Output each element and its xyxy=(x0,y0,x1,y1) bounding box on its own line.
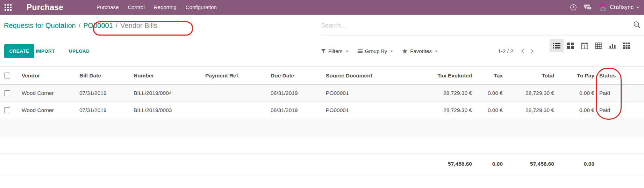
cell-tax-excluded: 28,729.30 € xyxy=(381,90,476,96)
list-view-icon xyxy=(553,43,560,49)
breadcrumb: Requests for Quotation / PO00001 / Vendo… xyxy=(4,15,157,37)
menu-control[interactable]: Control xyxy=(123,0,149,15)
column-header-tax-excluded[interactable]: Tax Excluded xyxy=(381,73,476,79)
cell-vendor: Wood Corner xyxy=(17,90,75,96)
total-total: 57,458.60 xyxy=(507,161,558,167)
cell-to-pay: 0.00 € xyxy=(558,90,598,96)
search-bar xyxy=(321,15,644,36)
pager-previous-button[interactable] xyxy=(519,47,528,56)
kanban-view-icon xyxy=(567,43,574,49)
breadcrumb-separator: / xyxy=(113,22,121,30)
control-panel: Requests for Quotation / PO00001 / Vendo… xyxy=(0,15,644,37)
apps-grid-icon[interactable] xyxy=(5,4,12,11)
pivot-view-icon xyxy=(595,43,602,49)
calendar-view-button[interactable] xyxy=(578,39,592,52)
total-to-pay: 0.00 xyxy=(558,161,598,167)
favorites-star-icon xyxy=(402,48,408,54)
row-select-cell xyxy=(0,90,17,96)
chevron-left-icon xyxy=(521,49,526,53)
breadcrumb-po00001[interactable]: PO00001 xyxy=(83,22,113,30)
cell-tax-excluded: 28,729.30 € xyxy=(381,107,476,113)
main-menu: Purchase Control Reporting Configuration xyxy=(92,0,221,15)
top-navbar: Purchase Purchase Control Reporting Conf… xyxy=(0,0,644,15)
company-logo xyxy=(599,3,607,12)
column-header-payment-ref[interactable]: Payment Ref. xyxy=(201,73,266,79)
user-menu[interactable]: Craftsync xyxy=(599,3,639,12)
pager-range: 1-2 / 2 xyxy=(498,48,513,54)
cell-bill-date: 07/31/2019 xyxy=(75,107,129,113)
graph-view-icon xyxy=(609,43,616,49)
row-checkbox[interactable] xyxy=(4,107,10,113)
upload-button[interactable]: UPLOAD xyxy=(69,44,90,58)
cell-status: Paid xyxy=(598,107,644,113)
purchase-vendor-bills-screen: Purchase Purchase Control Reporting Conf… xyxy=(0,0,644,188)
messages-chat-icon[interactable] xyxy=(584,3,592,12)
cell-number: BILL/2019/0003 xyxy=(129,107,201,113)
filters-dropdown[interactable]: Filters xyxy=(321,48,349,54)
column-header-vendor[interactable]: Vendor xyxy=(17,73,75,79)
search-icon[interactable] xyxy=(633,21,641,29)
list-view-button[interactable] xyxy=(550,39,564,52)
table-row[interactable]: Wood Corner 07/31/2019 BILL/2019/0004 08… xyxy=(0,85,644,102)
chevron-down-icon xyxy=(390,51,393,52)
pivot-view-button[interactable] xyxy=(592,39,606,52)
breadcrumb-requests-for-quotation[interactable]: Requests for Quotation xyxy=(4,22,76,30)
search-input[interactable] xyxy=(321,20,622,31)
activity-grid-view-button[interactable] xyxy=(620,39,634,52)
cell-due-date: 08/31/2019 xyxy=(266,90,322,96)
totals-row: 57,458.60 0.00 57,458.60 0.00 xyxy=(0,154,644,174)
menu-purchase[interactable]: Purchase xyxy=(92,0,123,15)
cell-status: Paid xyxy=(598,90,644,96)
column-header-tax[interactable]: Tax xyxy=(476,73,507,79)
cell-tax: 0.00 € xyxy=(476,90,507,96)
menu-reporting[interactable]: Reporting xyxy=(149,0,181,15)
chevron-right-icon xyxy=(529,49,534,53)
kanban-view-button[interactable] xyxy=(564,39,578,52)
filter-funnel-icon xyxy=(321,49,326,53)
cell-to-pay: 0.00 € xyxy=(558,107,598,113)
chevron-down-icon xyxy=(636,7,639,8)
empty-stripe xyxy=(0,119,644,136)
column-header-to-pay[interactable]: To Pay xyxy=(558,73,598,79)
pager-next-button[interactable] xyxy=(528,47,537,56)
chevron-down-icon xyxy=(435,51,438,52)
cell-due-date: 08/31/2019 xyxy=(266,107,322,113)
graph-view-button[interactable] xyxy=(606,39,620,52)
cell-number: BILL/2019/0004 xyxy=(129,90,201,96)
breadcrumb-separator: / xyxy=(76,22,84,30)
menu-configuration[interactable]: Configuration xyxy=(181,0,221,15)
favorites-dropdown[interactable]: Favorites xyxy=(402,48,438,54)
cell-source-document: PO00001 xyxy=(322,90,381,96)
column-header-source-document[interactable]: Source Document xyxy=(322,73,381,79)
cell-vendor: Wood Corner xyxy=(17,107,75,113)
group-by-bars-icon xyxy=(358,49,363,53)
column-header-due-date[interactable]: Due Date xyxy=(266,73,322,79)
column-header-total[interactable]: Total xyxy=(507,73,558,79)
calendar-view-icon xyxy=(581,43,588,49)
import-button[interactable]: IMPORT xyxy=(36,44,55,58)
favorites-label: Favorites xyxy=(410,48,432,54)
group-by-dropdown[interactable]: Group By xyxy=(358,48,393,54)
select-all-checkbox[interactable] xyxy=(4,73,10,78)
filters-label: Filters xyxy=(328,48,343,54)
row-checkbox[interactable] xyxy=(4,90,10,96)
app-title[interactable]: Purchase xyxy=(27,0,63,15)
table-row[interactable]: Wood Corner 07/31/2019 BILL/2019/0003 08… xyxy=(0,102,644,119)
activity-grid-view-icon xyxy=(623,43,630,49)
column-header-bill-date[interactable]: Bill Date xyxy=(75,73,129,79)
row-select-cell xyxy=(0,107,17,113)
cell-bill-date: 07/31/2019 xyxy=(75,90,129,96)
topbar-right: Craftsync xyxy=(569,0,639,15)
column-header-status[interactable]: Status xyxy=(598,73,644,79)
pager: 1-2 / 2 xyxy=(498,44,537,58)
search-options: Filters Group By Favorites xyxy=(321,44,447,58)
activities-clock-icon[interactable] xyxy=(569,3,578,12)
vendor-bills-list: Vendor Bill Date Number Payment Ref. Due… xyxy=(0,66,644,174)
chevron-down-icon xyxy=(346,51,349,52)
select-all-cell xyxy=(0,73,17,78)
column-header-number[interactable]: Number xyxy=(129,73,201,79)
create-button[interactable]: CREATE xyxy=(4,44,34,58)
cell-total: 28,729.30 € xyxy=(507,107,558,113)
breadcrumb-vendor-bills: Vendor Bills xyxy=(120,22,157,30)
total-tax: 0.00 xyxy=(476,161,507,167)
